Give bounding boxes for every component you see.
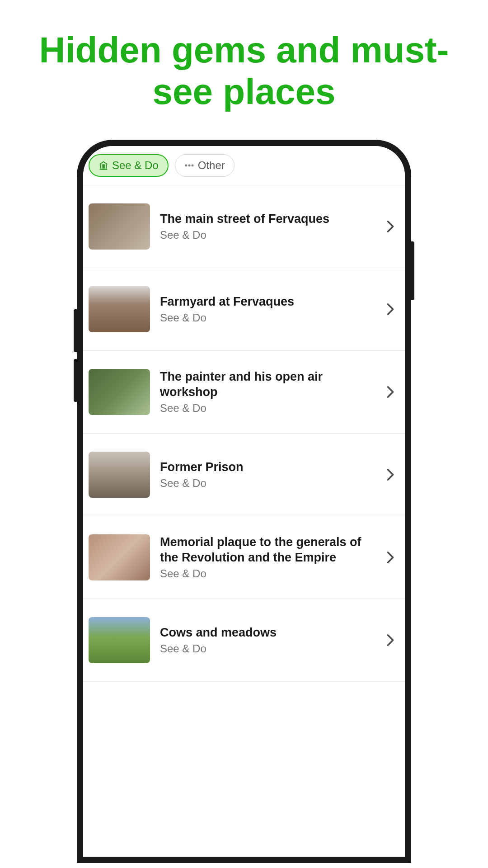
place-category: See & Do <box>160 311 380 324</box>
svg-point-1 <box>188 165 190 167</box>
place-title: The painter and his open air workshop <box>160 369 380 400</box>
page-headline: Hidden gems and must-see places <box>0 0 488 140</box>
chevron-right-icon <box>383 467 398 482</box>
list-item[interactable]: Memorial plaque to the generals of the R… <box>83 516 405 599</box>
filter-chip-label: See & Do <box>112 159 159 172</box>
list-item-text: Memorial plaque to the generals of the R… <box>160 535 380 580</box>
list-item-text: Farmyard at Fervaques See & Do <box>160 294 380 324</box>
list-item-text: The main street of Fervaques See & Do <box>160 212 380 241</box>
phone-volume-down <box>74 359 77 402</box>
chevron-right-icon <box>383 550 398 565</box>
svg-point-0 <box>185 165 187 167</box>
ellipsis-icon <box>184 164 194 167</box>
chevron-right-icon <box>383 219 398 234</box>
place-category: See & Do <box>160 229 380 241</box>
filter-bar: See & Do Other <box>83 146 405 185</box>
svg-point-2 <box>191 165 193 167</box>
place-thumbnail <box>89 452 150 498</box>
places-list: The main street of Fervaques See & Do Fa… <box>83 185 405 857</box>
place-title: Memorial plaque to the generals of the R… <box>160 535 380 566</box>
place-thumbnail <box>89 534 150 580</box>
place-category: See & Do <box>160 567 380 580</box>
place-category: See & Do <box>160 642 380 655</box>
place-thumbnail <box>89 369 150 415</box>
phone-volume-up <box>74 309 77 352</box>
place-thumbnail <box>89 286 150 332</box>
place-category: See & Do <box>160 402 380 415</box>
place-title: Farmyard at Fervaques <box>160 294 380 310</box>
museum-icon <box>99 160 108 170</box>
list-item[interactable]: Former Prison See & Do <box>83 434 405 516</box>
list-item-text: The painter and his open air workshop Se… <box>160 369 380 415</box>
app-screen: See & Do Other <box>83 146 405 857</box>
phone-power-button <box>411 241 414 300</box>
list-item[interactable]: The painter and his open air workshop Se… <box>83 351 405 434</box>
phone-mockup: See & Do Other <box>77 140 411 863</box>
place-title: Former Prison <box>160 460 380 475</box>
filter-chip-other[interactable]: Other <box>175 154 235 177</box>
place-title: The main street of Fervaques <box>160 212 380 227</box>
list-item[interactable]: Farmyard at Fervaques See & Do <box>83 268 405 351</box>
place-thumbnail <box>89 203 150 250</box>
place-category: See & Do <box>160 477 380 490</box>
chevron-right-icon <box>383 633 398 647</box>
phone-frame: See & Do Other <box>77 140 411 863</box>
list-item[interactable]: Cows and meadows See & Do <box>83 599 405 682</box>
place-title: Cows and meadows <box>160 625 380 641</box>
filter-chip-see-and-do[interactable]: See & Do <box>89 154 169 177</box>
chevron-right-icon <box>383 302 398 316</box>
filter-chip-label: Other <box>198 159 225 172</box>
chevron-right-icon <box>383 385 398 399</box>
place-thumbnail <box>89 617 150 663</box>
list-item[interactable]: The main street of Fervaques See & Do <box>83 185 405 268</box>
list-item-text: Cows and meadows See & Do <box>160 625 380 655</box>
list-item-text: Former Prison See & Do <box>160 460 380 490</box>
